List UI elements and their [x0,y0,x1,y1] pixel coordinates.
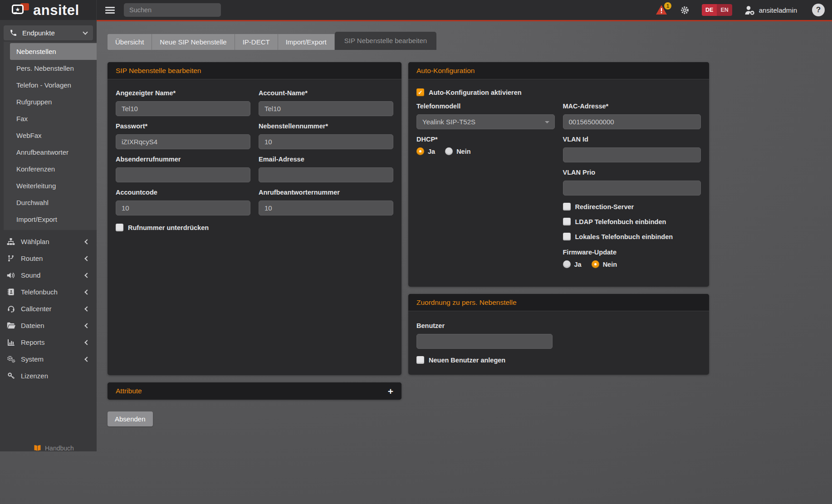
language-de-button[interactable]: DE [702,4,717,16]
dhcp-nein-label: Nein [456,148,470,155]
settings-button[interactable] [680,5,690,15]
firmware-nein-radio[interactable]: Nein [592,260,617,268]
sidebar-item-dateien[interactable]: Dateien [0,317,97,334]
panel-title: Zuordnung zu pers. Nebenstelle [416,298,517,307]
dhcp-nein-radio[interactable]: Nein [445,147,470,155]
add-attribute-button[interactable]: + [388,387,393,396]
radio-icon [445,147,453,155]
user-icon [744,5,755,15]
sidebar-item-waehlplan[interactable]: Wählplan [0,233,97,250]
chat-bubble-star-icon: ★ [12,5,24,14]
alerts-button[interactable]: 1 [656,5,668,15]
sitemap-icon [6,238,15,245]
sidebar-item-weiterleitung[interactable]: Weiterleitung [4,177,97,194]
sidebar-item-sound[interactable]: Sound [0,267,97,284]
search-input[interactable] [124,3,221,17]
sidebar-item-import-export[interactable]: Import/Export [4,211,97,228]
vlan-prio-field[interactable] [563,181,701,196]
tab-uebersicht[interactable]: Übersicht [108,34,152,50]
sidebar-item-nebenstellen[interactable]: Nebenstellen [10,43,97,60]
sidebar-item-webfax[interactable]: WebFax [4,127,97,144]
topbar-right: 1 DE EN ansiteladmin ? [656,4,832,16]
tab-sip-nebenstelle-bearbeiten[interactable]: SIP Nebenstelle bearbeiten [335,32,436,50]
passwort-field[interactable] [116,134,250,149]
rufnummer-unterdruecken-checkbox[interactable] [116,224,123,231]
radio-dot [419,150,421,152]
account-name-field[interactable] [259,101,393,116]
chevron-down-icon [83,29,88,34]
sidebar-item-label: Telefonbuch [21,288,58,296]
lokales-telefonbuch-label: Lokales Telefonbuch einbinden [575,233,673,240]
redirection-server-label: Redirection-Server [575,203,634,210]
attribute-panel: Attribute + [108,382,401,400]
attribute-panel-header: Attribute + [108,382,401,400]
sidebar-item-system[interactable]: System [0,351,97,367]
lokales-telefonbuch-checkbox[interactable] [563,233,571,240]
tab-bar: Übersicht Neue SIP Nebenstelle IP-DECT I… [108,32,436,50]
chevron-left-icon [84,273,89,278]
sidebar-item-routen[interactable]: Routen [0,250,97,267]
auto-konfiguration-aktivieren-label: Auto-Konfiguration aktivieren [429,89,522,96]
accountcode-field[interactable] [116,201,250,215]
accent-divider [97,20,832,21]
phone-icon [10,29,17,37]
vlan-id-field[interactable] [563,147,701,162]
angezeigter-name-label: Angezeigter Name* [116,89,250,97]
neuen-benutzer-anlegen-checkbox[interactable] [416,356,424,364]
sidebar-item-telefonbuch[interactable]: Telefonbuch [0,284,97,300]
language-en-button[interactable]: EN [717,4,732,16]
absenderrufnummer-field[interactable] [116,167,250,182]
submit-button[interactable]: Absenden [108,411,153,426]
sidebar-item-handbuch[interactable]: Handbuch [34,445,74,451]
nebenstellennummer-field[interactable] [259,134,393,149]
angezeigter-name-field[interactable] [116,101,250,116]
help-button[interactable]: ? [812,4,825,16]
sidebar-item-konferenzen[interactable]: Konferenzen [4,161,97,177]
sidebar-item-label: System [21,355,44,363]
zuordnung-panel-header: Zuordnung zu pers. Nebenstelle [408,294,709,311]
brand-logo-icon: ★ [12,3,30,17]
telefonmodell-select[interactable]: Yealink SIP-T52S [416,114,555,129]
sidebar-item-anrufbeantworter[interactable]: Anrufbeantworter [4,144,97,161]
auto-konfiguration-panel-header: Auto-Konfiguration [408,62,709,79]
chevron-left-icon [84,239,89,244]
dhcp-ja-radio[interactable]: Ja [416,147,435,155]
book-icon [34,445,41,451]
tab-ip-dect[interactable]: IP-DECT [235,34,278,50]
auto-konfiguration-aktivieren-checkbox[interactable]: ✓ [416,88,424,96]
firmware-ja-radio[interactable]: Ja [563,260,582,268]
sidebar-item-pers-nebenstellen[interactable]: Pers. Nebenstellen [4,60,97,77]
sidebar-item-endpunkte[interactable]: Endpunkte [4,25,93,40]
tab-import-export[interactable]: Import/Export [278,34,335,50]
language-toggle: DE EN [702,4,732,16]
brand-logo[interactable]: ★ ansitel [0,0,97,20]
sidebar-item-durchwahl[interactable]: Durchwahl [4,194,97,211]
neuen-benutzer-anlegen-label: Neuen Benutzer anlegen [429,357,505,364]
sidebar-item-reports[interactable]: Reports [0,334,97,351]
question-mark-icon: ? [816,5,821,15]
sidebar-item-telefon-vorlagen[interactable]: Telefon - Vorlagen [4,77,97,93]
ldap-telefonbuch-checkbox[interactable] [563,218,571,225]
account-name-label: Account-Name* [259,89,393,97]
tab-neue-sip-nebenstelle[interactable]: Neue SIP Nebenstelle [152,34,235,50]
sidebar-item-callcenter[interactable]: Callcenter [0,300,97,317]
anrufbeantworternummer-field[interactable] [259,201,393,215]
accountcode-label: Accountcode [116,189,250,196]
redirection-server-checkbox[interactable] [563,203,571,210]
vlan-id-label: VLAN Id [563,136,701,143]
passwort-label: Passwort* [116,122,250,130]
menu-toggle-icon[interactable] [105,7,115,14]
mac-adresse-field[interactable] [563,114,701,129]
check-icon: ✓ [418,90,422,95]
sidebar-item-rufgruppen[interactable]: Rufgruppen [4,93,97,110]
nebenstellennummer-label: Nebenstellennummer* [259,122,393,130]
email-adresse-field[interactable] [259,167,393,182]
chevron-left-icon [84,323,89,328]
sidebar-item-fax[interactable]: Fax [4,110,97,127]
sidebar-item-lizenzen[interactable]: Lizenzen [0,367,97,384]
user-menu[interactable]: ansiteladmin [744,5,797,15]
benutzer-field[interactable] [416,334,553,349]
radio-icon [592,260,599,268]
ldap-telefonbuch-label: LDAP Telefonbuch einbinden [575,218,666,225]
radio-dot [594,263,597,265]
